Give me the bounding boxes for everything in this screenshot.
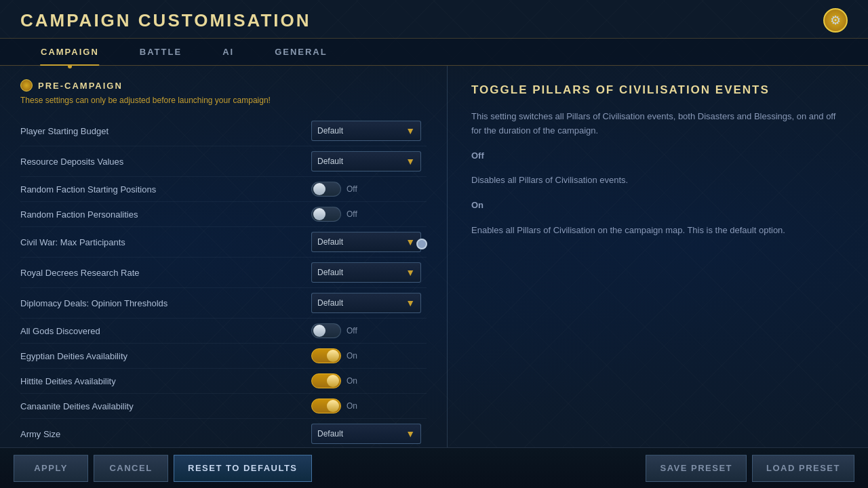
setting-row: Egyptian Deities Availability On [20,344,427,369]
setting-control: Default ▼ [311,232,427,252]
setting-control: Default ▼ [311,151,427,171]
tab-general[interactable]: GENERAL [254,39,348,65]
setting-label: Resource Deposits Values [20,157,311,167]
setting-row: Diplomacy Deals: Opinion Thresholds Defa… [20,288,427,319]
toggle-knob [313,183,326,195]
setting-label: Diplomacy Deals: Opinion Thresholds [20,298,311,308]
setting-control: Off [311,182,427,197]
chevron-down-icon: ▼ [406,237,415,247]
cancel-button[interactable]: CANCEL [94,455,168,482]
setting-control: Default ▼ [311,424,427,444]
setting-row: All Gods Discovered Off [20,319,427,344]
left-panel: PRE-CAMPAIGN These settings can only be … [0,66,448,447]
setting-control: Default ▼ [311,293,427,313]
toggle-random-faction-personalities[interactable] [311,207,341,222]
setting-control: Default ▼ [311,121,427,141]
dropdown-player-budget[interactable]: Default ▼ [311,121,421,141]
dropdown-army-size[interactable]: Default ▼ [311,424,421,444]
toggle-wrapper: Off [311,323,357,338]
toggle-wrapper: On [311,399,357,413]
setting-label: Random Faction Personalities [20,209,311,220]
dropdown-diplomacy[interactable]: Default ▼ [311,293,421,313]
setting-label: All Gods Discovered [20,326,311,336]
toggle-wrapper: On [311,373,357,388]
toggle-knob [327,375,339,387]
toggle-label: Off [347,326,357,336]
setting-row: Resource Deposits Values Default ▼ [20,146,427,177]
setting-row: Random Faction Personalities Off [20,202,427,227]
setting-control: Off [311,323,427,338]
setting-control: Off [311,207,427,222]
section-title: PRE-CAMPAIGN [38,81,123,91]
setting-row: Random Faction Starting Positions Off [20,177,427,202]
detail-option-on-desc: Enables all Pillars of Civilisation on t… [471,224,844,238]
detail-description: This setting switches all Pillars of Civ… [471,110,844,138]
chevron-down-icon: ▼ [406,268,415,277]
tabs-bar: CAMPAIGN BATTLE AI GENERAL [0,39,868,66]
toggle-label: On [347,351,357,361]
settings-scroll: PRE-CAMPAIGN These settings can only be … [0,66,447,447]
main-container: CAMPAIGN CUSTOMISATION ⚙ CAMPAIGN BATTLE… [0,0,868,488]
tab-ai[interactable]: AI [202,39,254,65]
setting-row: Canaanite Deities Availability On [20,394,427,419]
dropdown-civil-war[interactable]: Default ▼ [311,232,421,252]
setting-row: Hittite Deities Availability On [20,369,427,394]
toggle-label: On [347,376,357,386]
setting-row: Royal Decrees Research Rate Default ▼ [20,258,427,288]
right-panel: TOGGLE PILLARS OF CIVILISATION EVENTS Th… [448,66,868,447]
toggle-wrapper: Off [311,207,357,222]
setting-label: Civil War: Max Participants [20,237,311,247]
setting-control: On [311,348,427,363]
toggle-hittite-deities[interactable] [311,373,341,388]
load-preset-button[interactable]: LOAD PRESET [752,455,854,482]
toggle-egyptian-deities[interactable] [311,348,341,363]
toggle-random-faction-positions[interactable] [311,182,341,197]
tab-battle[interactable]: BATTLE [119,39,202,65]
setting-label: Army Size [20,429,311,439]
coin-icon: ⚙ [823,8,848,33]
toggle-canaanite-deities[interactable] [311,399,341,413]
setting-row: Civil War: Max Participants Default ▼ [20,227,427,258]
setting-control: On [311,373,427,388]
setting-label: Hittite Deities Availability [20,376,311,386]
toggle-label: Off [347,184,357,194]
tab-campaign[interactable]: CAMPAIGN [20,39,119,65]
footer: APPLY CANCEL RESET TO DEFAULTS SAVE PRES… [0,447,868,488]
toggle-wrapper: Off [311,182,357,197]
setting-label: Egyptian Deities Availability [20,351,311,361]
header: CAMPAIGN CUSTOMISATION ⚙ [0,0,868,39]
toggle-label: On [347,401,357,411]
toggle-wrapper: On [311,348,357,363]
scroll-handle[interactable] [416,239,427,249]
reset-to-defaults-button[interactable]: RESET TO DEFAULTS [174,455,312,482]
detail-title: TOGGLE PILLARS OF CIVILISATION EVENTS [471,83,844,98]
toggle-knob [313,325,326,337]
section-header: PRE-CAMPAIGN [20,79,427,92]
page-title: CAMPAIGN CUSTOMISATION [20,10,311,31]
detail-option-off-desc: Disables all Pillars of Civilisation eve… [471,174,844,188]
setting-control: On [311,399,427,413]
setting-row: Army Size Default ▼ [20,419,427,447]
section-icon [20,79,33,92]
apply-button[interactable]: APPLY [14,455,88,482]
section-note: These settings can only be adjusted befo… [20,96,427,105]
detail-body: This setting switches all Pillars of Civ… [471,110,844,238]
toggle-knob [327,350,339,362]
chevron-down-icon: ▼ [406,298,415,308]
chevron-down-icon: ▼ [406,429,415,439]
setting-label: Random Faction Starting Positions [20,184,311,195]
detail-option-on-label: On [471,199,844,213]
setting-label: Player Starting Budget [20,126,311,136]
dropdown-resource-deposits[interactable]: Default ▼ [311,151,421,171]
dropdown-royal-decrees[interactable]: Default ▼ [311,262,421,283]
toggle-label: Off [347,209,357,219]
setting-row: Player Starting Budget Default ▼ [20,116,427,146]
setting-label: Canaanite Deities Availability [20,401,311,411]
toggle-all-gods[interactable] [311,323,341,338]
detail-option-off-label: Off [471,149,844,163]
content-area: PRE-CAMPAIGN These settings can only be … [0,66,868,447]
save-preset-button[interactable]: SAVE PRESET [646,455,747,482]
toggle-knob [313,208,326,220]
setting-label: Royal Decrees Research Rate [20,268,311,278]
setting-control: Default ▼ [311,262,427,283]
